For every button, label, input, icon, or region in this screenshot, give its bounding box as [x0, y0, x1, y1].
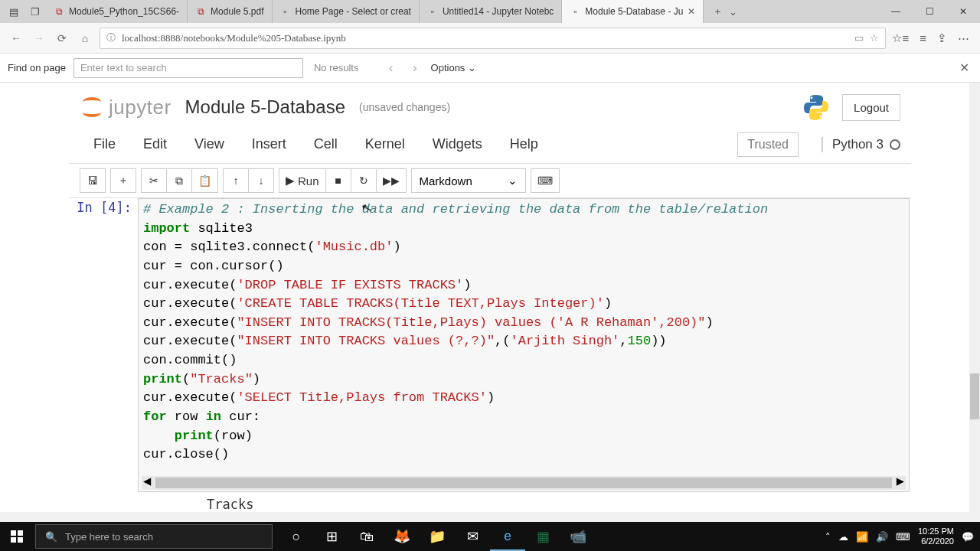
- refresh-button[interactable]: ⟳: [54, 32, 70, 44]
- copy-button[interactable]: ⧉: [166, 168, 192, 193]
- menu-widgets[interactable]: Widgets: [419, 132, 496, 157]
- add-cell-button[interactable]: ＋: [110, 168, 136, 193]
- save-button[interactable]: 🖫: [80, 168, 106, 193]
- kernel-status-icon: [890, 139, 900, 150]
- app-menu-icon[interactable]: ▤: [3, 0, 24, 23]
- home-button[interactable]: ⌂: [77, 32, 93, 44]
- cut-button[interactable]: ✂: [141, 168, 167, 193]
- excel-icon[interactable]: ▦: [525, 522, 560, 551]
- cell-area: In [4]: # Example 2 : Inserting the data…: [0, 198, 980, 512]
- restart-button[interactable]: ↻: [351, 168, 377, 193]
- stop-button[interactable]: ■: [325, 168, 351, 193]
- taskbar-search[interactable]: 🔍 Type here to search: [35, 524, 273, 549]
- move-down-button[interactable]: ↓: [248, 168, 274, 193]
- forward-button[interactable]: →: [31, 32, 47, 44]
- jupyter-logo-icon: [80, 95, 104, 119]
- task-view-icon[interactable]: ⊞: [314, 522, 349, 551]
- menu-cell[interactable]: Cell: [300, 132, 351, 157]
- vertical-scrollbar[interactable]: [969, 83, 980, 522]
- notebook-title[interactable]: Module 5-Database: [185, 96, 345, 118]
- explorer-icon[interactable]: 📁: [420, 522, 455, 551]
- svg-rect-2: [11, 530, 16, 536]
- menu-view[interactable]: View: [181, 132, 238, 157]
- maximize-button[interactable]: ☐: [913, 0, 946, 23]
- share-icon[interactable]: ⇪: [937, 31, 947, 45]
- menu-edit[interactable]: Edit: [129, 132, 181, 157]
- reading-list-icon[interactable]: ≡: [920, 31, 926, 44]
- command-palette-button[interactable]: ⌨: [531, 168, 560, 193]
- more-icon[interactable]: ⋯: [958, 31, 969, 45]
- start-button[interactable]: [0, 522, 34, 551]
- firefox-icon[interactable]: 🦊: [384, 522, 420, 551]
- url-input[interactable]: ⓘ localhost:8888/notebooks/Module%205-Da…: [100, 28, 886, 49]
- browser-tab[interactable]: ▫Untitled14 - Jupyter Notebc: [420, 0, 562, 23]
- find-next-button[interactable]: ›: [407, 61, 423, 75]
- favorite-icon[interactable]: ☆: [870, 32, 879, 44]
- tray-overflow-icon[interactable]: ˄: [825, 531, 831, 543]
- logout-button[interactable]: Logout: [842, 94, 900, 121]
- jupyter-logo-text: jupyter: [109, 96, 172, 119]
- system-tray[interactable]: ˄ ☁ 📶 🔊 ⌨ 10:25 PM 6/2/2020 💬: [825, 527, 980, 546]
- zoom-icon[interactable]: 📹: [560, 522, 596, 551]
- mail-icon[interactable]: ✉: [455, 522, 490, 551]
- jupyter-logo[interactable]: jupyter: [80, 95, 172, 119]
- new-window-icon[interactable]: ❐: [24, 0, 46, 23]
- menu-bar: File Edit View Insert Cell Kernel Widget…: [69, 126, 911, 164]
- edge-icon[interactable]: ｅ: [490, 522, 525, 551]
- paste-button[interactable]: 📋: [191, 168, 218, 193]
- tab-chevron-icon[interactable]: ⌄: [729, 6, 737, 18]
- page-icon: ▫: [570, 6, 580, 17]
- move-up-button[interactable]: ↑: [223, 168, 249, 193]
- menu-file[interactable]: File: [80, 132, 129, 157]
- close-window-button[interactable]: ✕: [946, 0, 980, 23]
- volume-icon[interactable]: 🔊: [876, 531, 888, 543]
- find-options-button[interactable]: Options ⌄: [431, 62, 477, 73]
- scroll-right-icon[interactable]: ▶: [897, 473, 904, 491]
- run-button[interactable]: ▶Run: [279, 168, 326, 193]
- minimize-button[interactable]: —: [879, 0, 913, 23]
- close-icon[interactable]: ✕: [688, 6, 695, 17]
- pdf-icon: ⧉: [54, 6, 64, 17]
- code-cell[interactable]: In [4]: # Example 2 : Inserting the data…: [69, 198, 911, 492]
- browser-tab-active[interactable]: ▫Module 5-Database - Ju✕: [562, 0, 704, 23]
- store-icon[interactable]: 🛍: [349, 522, 384, 551]
- svg-point-0: [811, 97, 813, 99]
- browser-tab[interactable]: ▫Home Page - Select or creat: [273, 0, 420, 23]
- taskbar-clock[interactable]: 10:25 PM 6/2/2020: [918, 527, 954, 546]
- find-label: Find on page: [8, 62, 66, 73]
- page-icon: ▫: [280, 6, 291, 17]
- horizontal-scrollbar[interactable]: ◀▶: [142, 476, 906, 490]
- reader-icon[interactable]: ▭: [854, 32, 864, 44]
- find-close-button[interactable]: ✕: [959, 60, 972, 75]
- trusted-indicator[interactable]: Trusted: [737, 132, 799, 157]
- menu-help[interactable]: Help: [496, 132, 552, 157]
- restart-run-button[interactable]: ▶▶: [376, 168, 407, 193]
- tab-label: Module 5-Database - Ju: [585, 6, 683, 17]
- site-info-icon[interactable]: ⓘ: [106, 31, 116, 44]
- code-editor[interactable]: # Example 2 : Inserting the data and ret…: [138, 198, 910, 492]
- scrollbar-thumb[interactable]: [970, 373, 979, 419]
- find-prev-button[interactable]: ‹: [383, 61, 399, 75]
- wifi-icon[interactable]: 📶: [856, 531, 868, 543]
- scrollbar-thumb[interactable]: [155, 478, 892, 488]
- find-input[interactable]: Enter text to search: [74, 58, 303, 78]
- tab-label: Module5_Python_15CS66-: [69, 6, 179, 17]
- cortana-icon[interactable]: ○: [279, 522, 314, 551]
- cell-type-select[interactable]: Markdown⌄: [411, 168, 526, 193]
- scroll-left-icon[interactable]: ◀: [143, 473, 151, 491]
- browser-tab[interactable]: ⧉Module5_Python_15CS66-: [46, 0, 188, 23]
- favorites-icon[interactable]: ☆≡: [892, 31, 909, 45]
- language-icon[interactable]: ⌨: [896, 531, 910, 543]
- onedrive-icon[interactable]: ☁: [838, 531, 848, 543]
- find-results: No results: [314, 62, 375, 73]
- pdf-icon: ⧉: [195, 6, 206, 17]
- run-icon: ▶: [286, 174, 295, 187]
- notifications-icon[interactable]: 💬: [962, 531, 974, 543]
- menu-kernel[interactable]: Kernel: [351, 132, 419, 157]
- taskbar: 🔍 Type here to search ○ ⊞ 🛍 🦊 📁 ✉ ｅ ▦ 📹 …: [0, 522, 980, 551]
- browser-tab[interactable]: ⧉Module 5.pdf: [188, 0, 272, 23]
- menu-insert[interactable]: Insert: [238, 132, 300, 157]
- new-tab-button[interactable]: ＋: [713, 5, 723, 18]
- back-button[interactable]: ←: [8, 32, 24, 44]
- kernel-indicator[interactable]: Python 3: [822, 137, 900, 152]
